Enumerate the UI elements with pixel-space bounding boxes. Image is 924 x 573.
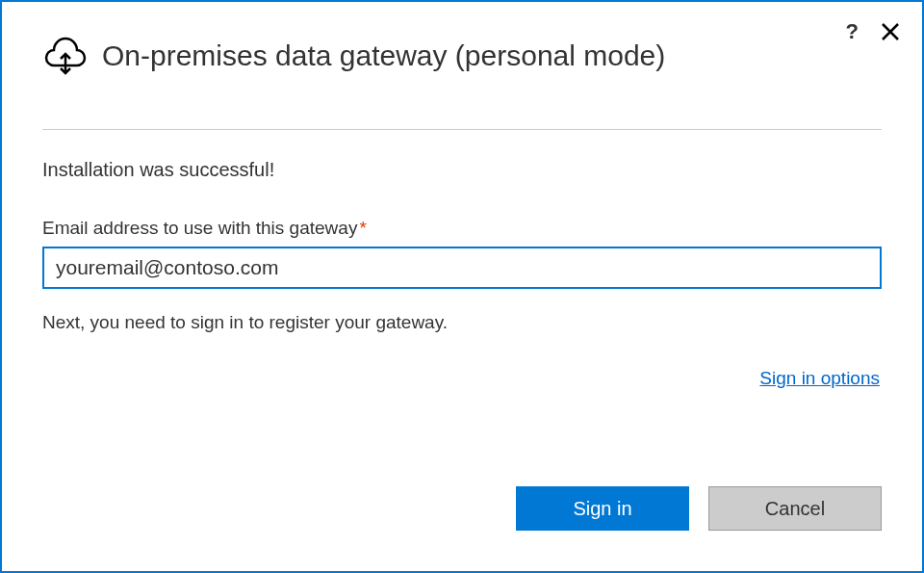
signin-button[interactable]: Sign in [516, 486, 689, 531]
dialog-footer: Sign in Cancel [2, 486, 922, 571]
gateway-setup-window: ? On-premises data gateway (personal mod… [0, 0, 924, 573]
dialog-content: Installation was successful! Email addre… [2, 130, 922, 486]
required-indicator: * [359, 218, 366, 238]
success-message: Installation was successful! [42, 159, 882, 181]
help-icon[interactable]: ? [846, 19, 859, 44]
email-label: Email address to use with this gateway* [42, 218, 882, 239]
titlebar-controls: ? [846, 19, 899, 44]
close-icon[interactable] [882, 23, 899, 40]
email-field[interactable] [42, 247, 882, 289]
dialog-title: On-premises data gateway (personal mode) [102, 39, 665, 72]
signin-options-link[interactable]: Sign in options [759, 368, 880, 388]
cancel-button[interactable]: Cancel [708, 486, 882, 531]
signin-instruction: Next, you need to sign in to register yo… [42, 312, 882, 333]
options-row: Sign in options [42, 368, 882, 389]
dialog-header: On-premises data gateway (personal mode) [2, 2, 922, 81]
gateway-cloud-icon [42, 31, 89, 81]
email-label-text: Email address to use with this gateway [42, 218, 357, 238]
